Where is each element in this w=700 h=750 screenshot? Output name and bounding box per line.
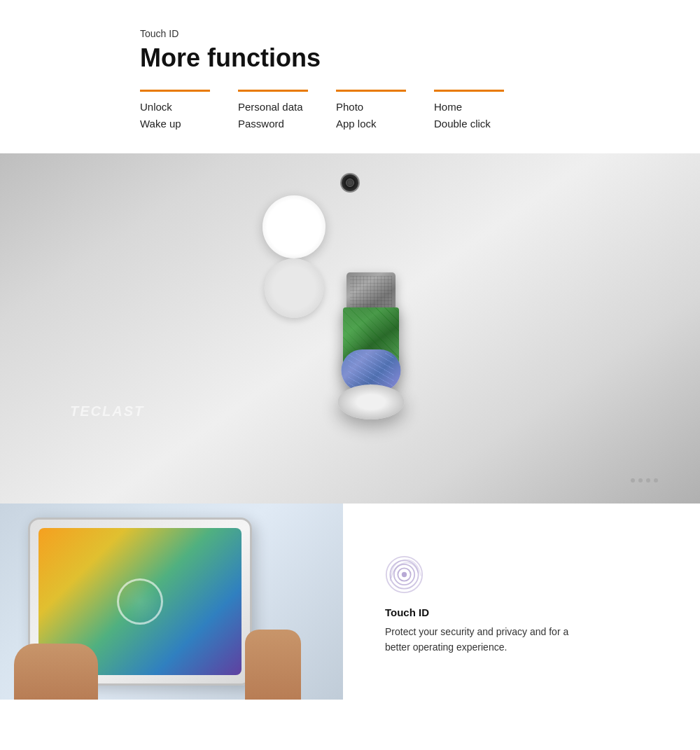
touch-id-description-panel: Touch ID Protect your security and priva…	[343, 504, 700, 700]
tablet-image-section: TECLAST	[0, 153, 700, 504]
feature-text-unlock: UnlockWake up	[140, 99, 224, 132]
bottom-section: Touch ID Protect your security and priva…	[0, 504, 700, 700]
fp-layer-base	[338, 384, 405, 419]
fingerprint-exploded	[294, 195, 448, 419]
camera-dot	[340, 173, 360, 193]
feature-text-photo: PhotoApp lock	[336, 99, 420, 132]
hand-left	[14, 644, 98, 700]
bottom-dots	[631, 478, 658, 482]
feature-item-home: HomeDouble click	[434, 90, 532, 132]
dot-4	[654, 478, 658, 482]
brand-logo: TECLAST	[70, 403, 144, 419]
feature-text-personal-data: Personal dataPassword	[238, 99, 322, 132]
tablet-in-hand-photo	[0, 504, 343, 700]
svg-point-4	[402, 571, 407, 576]
features-row: UnlockWake upPersonal dataPasswordPhotoA…	[140, 90, 700, 132]
touch-id-label: Touch ID	[140, 28, 700, 39]
fp-layer-top	[262, 195, 326, 258]
dot-1	[631, 478, 635, 482]
page-title: More functions	[140, 43, 700, 73]
tablet-body: TECLAST	[0, 153, 700, 504]
fingerprint-icon	[385, 555, 424, 594]
dot-3	[646, 478, 650, 482]
touch-id-description-text: Protect your security and privacy and fo…	[385, 624, 581, 655]
hand-right	[245, 630, 301, 700]
top-section: Touch ID More functions UnlockWake upPer…	[0, 0, 700, 153]
feature-item-personal-data: Personal dataPassword	[238, 90, 336, 132]
touch-id-title-small: Touch ID	[385, 606, 672, 618]
feature-item-photo: PhotoApp lock	[336, 90, 434, 132]
feature-text-home: HomeDouble click	[434, 99, 518, 132]
dot-2	[638, 478, 643, 482]
feature-item-unlock: UnlockWake up	[140, 90, 238, 132]
fp-layer-second	[265, 258, 324, 318]
